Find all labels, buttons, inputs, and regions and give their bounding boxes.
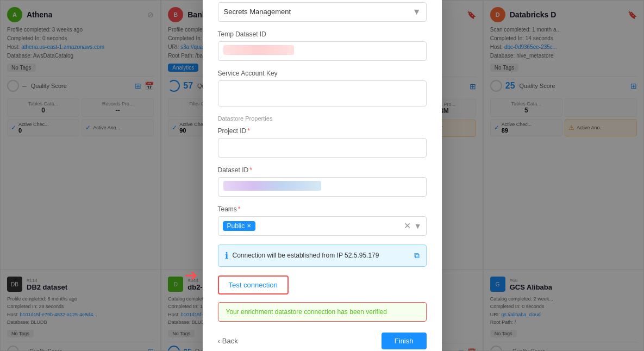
- info-icon: ℹ: [225, 250, 228, 261]
- teams-tag-public: Public ✕: [223, 221, 256, 231]
- temp-dataset-label: Temp Dataset ID: [218, 30, 427, 38]
- secrets-select[interactable]: Secrets Management: [218, 2, 427, 22]
- form-group-temp-dataset: Temp Dataset ID: [218, 30, 427, 61]
- modal-footer: ‹ Back Finish: [218, 333, 427, 349]
- ip-info-text: Connection will be established from IP 5…: [233, 252, 379, 259]
- form-group-project-id: Project ID*: [218, 127, 427, 158]
- back-button[interactable]: ‹ Back: [218, 337, 238, 345]
- form-group-dataset-id: Dataset ID*: [218, 166, 427, 197]
- ip-info-box: ℹ Connection will be established from IP…: [218, 245, 427, 267]
- teams-input[interactable]: Public ✕ ✕ ▼: [218, 216, 427, 236]
- form-group-secrets: Secrets Management ▼: [218, 2, 427, 22]
- datastore-props-section: Datastore Properties: [218, 115, 427, 122]
- form-group-teams: Teams* Public ✕ ✕ ▼: [218, 205, 427, 236]
- finish-button[interactable]: Finish: [382, 333, 427, 349]
- service-key-input[interactable]: [218, 80, 427, 106]
- teams-label: Teams*: [218, 205, 427, 213]
- project-id-input[interactable]: [218, 138, 427, 158]
- modal-overlay: Secrets Management ▼ Temp Dataset ID Ser…: [0, 0, 644, 351]
- success-text: Your enrichment datastore connection has…: [226, 308, 387, 316]
- remove-public-tag[interactable]: ✕: [247, 223, 251, 229]
- back-arrow-icon: ‹: [218, 337, 220, 345]
- clear-teams-icon[interactable]: ✕: [404, 221, 411, 231]
- test-connection-button[interactable]: Test connection: [218, 275, 289, 294]
- teams-dropdown-icon[interactable]: ▼: [414, 222, 422, 230]
- modal-dialog: Secrets Management ▼ Temp Dataset ID Ser…: [203, 0, 442, 351]
- project-id-label: Project ID*: [218, 127, 427, 135]
- form-group-service-key: Service Account Key: [218, 70, 427, 106]
- dataset-id-label: Dataset ID*: [218, 166, 427, 174]
- success-message-box: Your enrichment datastore connection has…: [218, 302, 427, 322]
- red-arrow: ➔: [185, 266, 197, 284]
- service-key-label: Service Account Key: [218, 70, 427, 77]
- copy-ip-icon[interactable]: ⧉: [414, 251, 420, 260]
